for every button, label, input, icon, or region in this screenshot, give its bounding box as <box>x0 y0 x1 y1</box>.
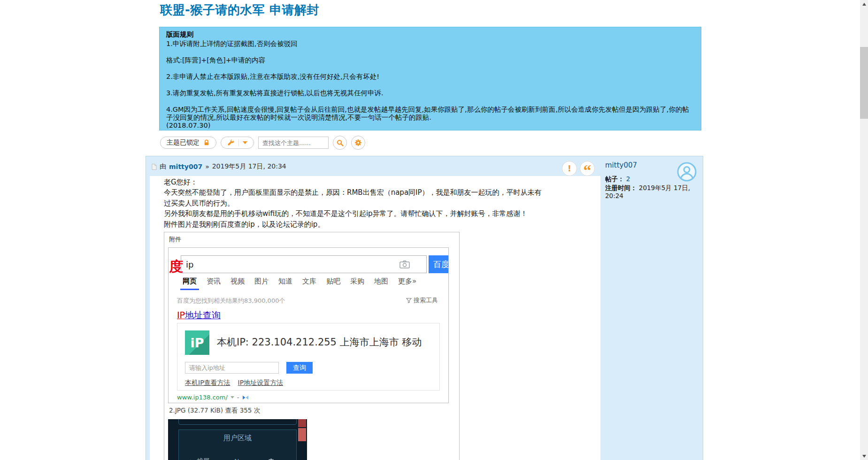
post-body: 老G您好：今天突然不能登陆了，用户面板里面显示的是禁止，原因：RMB出售宏（na… <box>150 176 600 460</box>
ip-card: iP 本机IP: 223.104.212.255 上海市上海市 移动 请输入ip… <box>177 323 440 391</box>
game-extension-row: 扩展 None <box>187 457 275 460</box>
ip-query-button: 查询 <box>286 362 313 374</box>
message-line: 老G您好： <box>164 177 600 187</box>
baidu-tab: 地图 <box>374 277 388 286</box>
ip-main-text: 本机IP: 223.104.212.255 上海市上海市 移动 <box>217 336 422 349</box>
scrollbar[interactable] <box>860 0 868 460</box>
baidu-tab: 资讯 <box>207 277 221 286</box>
report-button[interactable] <box>562 161 577 176</box>
lock-icon <box>203 139 210 146</box>
rules-lines: 1.申诉请附上详情的证据截图,否则会被驳回格式:[阵营]+[角色]+申请的内容2… <box>166 40 694 130</box>
page-title: 联盟-猴子请的水军 申请解封 <box>160 2 319 18</box>
dropdown-arrow-icon <box>230 396 234 399</box>
baidu-query-text: ip <box>186 260 193 269</box>
extension-label: 扩展 <box>197 457 210 460</box>
post-message: 老G您好：今天突然不能登陆了，用户面板里面显示的是禁止，原因：RMB出售宏（na… <box>164 177 600 230</box>
ip-input: 请输入ip地址 <box>185 362 279 374</box>
baidu-search-button: 百度 <box>429 255 449 273</box>
message-line: 今天突然不能登陆了，用户面板里面显示的是禁止，原因：RMB出售宏（napa同IP… <box>164 187 600 198</box>
gear-icon-game <box>268 458 275 460</box>
post-action-buttons <box>562 161 595 176</box>
baidu-tab: 网页 <box>183 277 197 286</box>
rule-line: 格式:[阵营]+[角色]+申请的内容 <box>166 56 694 64</box>
attachment-file-info: 2.JPG (32.77 KiB) 查看 355 次 <box>169 406 455 415</box>
profile-posts-count[interactable]: 2 <box>626 175 630 183</box>
ip-links: 本机IP查看方法 IP地址设置方法 <box>185 379 283 387</box>
game-panel-title: 用户区域 <box>179 434 296 443</box>
baidu-search-box: ip <box>181 255 427 273</box>
post-date: 2019年5月 17日, 20:34 <box>212 162 286 171</box>
topic-locked-label: 主题已锁定 <box>167 138 200 147</box>
filter-icon <box>406 298 412 303</box>
rule-line: 1.申诉请附上详情的证据截图,否则会被驳回 <box>166 40 694 48</box>
settings-button[interactable] <box>351 136 365 150</box>
attachment-box: 附件 度 ip 百度 网页资讯视频图片知道文库贴吧采购地图更多» 百度为您找到相… <box>164 232 460 460</box>
profile-posts-label: 帖子： <box>605 175 624 183</box>
ip-link-local: 本机IP查看方法 <box>185 379 230 387</box>
page-icon <box>152 164 157 170</box>
post-author-link[interactable]: mitty007 <box>169 163 202 170</box>
quote-icon <box>584 164 591 173</box>
result-title-highlight: IP <box>177 310 185 320</box>
red-scrollbar-block <box>298 419 306 441</box>
baidu-tab: 知道 <box>278 277 292 286</box>
game-user-area-panel: 用户区域 扩展 None <box>178 429 297 460</box>
post-author-prefix: 由 <box>160 162 166 171</box>
baidu-results-count: 百度为您找到相关结果约83,900,000个 <box>177 297 285 305</box>
report-icon <box>568 164 571 173</box>
scroll-up-icon <box>862 3 866 6</box>
baidu-search-tools: 搜索工具 <box>406 296 438 305</box>
wrench-icon <box>227 139 235 146</box>
attachment-label: 附件 <box>169 235 455 244</box>
avatar[interactable] <box>677 162 697 184</box>
result-title-rest: 地址查询 <box>185 310 221 320</box>
rule-line: 3.请勿重复发帖,所有重复发帖将直接进行锁帖,以后也将无视其任何申诉. <box>166 89 694 97</box>
post-header: 由 mitty007 » 2019年5月 17日, 20:34 <box>152 162 286 171</box>
ip-input-placeholder: 请输入ip地址 <box>189 364 225 372</box>
search-button[interactable] <box>333 136 347 150</box>
baidu-search-tools-label: 搜索工具 <box>414 296 438 305</box>
profile-joined-label: 注册时间： <box>605 184 637 192</box>
search-icon <box>337 139 344 146</box>
chevron-down-icon <box>243 141 247 144</box>
result-url-row: www.ip138.com/ <box>177 394 249 401</box>
extension-value: None <box>234 458 252 460</box>
topic-search-input[interactable] <box>258 137 329 149</box>
baidu-result-title: IP地址查询 <box>177 309 221 322</box>
rule-line: 2.非申请人禁止在本版跟贴,注意在本版助攻,没有任何好处,只会有坏处! <box>166 73 694 81</box>
scroll-down-icon <box>862 455 866 458</box>
translate-icon <box>242 395 249 400</box>
camera-icon <box>399 260 410 270</box>
baidu-tab: 贴吧 <box>326 277 340 286</box>
rule-line: (2018.07.30) <box>166 122 694 130</box>
baidu-tab: 视频 <box>230 277 245 286</box>
url-dash <box>237 394 239 401</box>
scrollbar-up-button[interactable] <box>860 0 868 8</box>
post-header-separator: » <box>205 163 209 170</box>
tools-divider <box>238 139 239 146</box>
scrollbar-down-button[interactable] <box>860 452 868 460</box>
puzzle-icon <box>187 459 193 460</box>
game-partial-box <box>178 419 297 425</box>
rule-line: 4.GM因为工作关系,回帖速度会很慢,回复帖子会从后往前回,也就是发帖越早越先回… <box>166 106 694 122</box>
topic-tools-button[interactable] <box>221 137 254 149</box>
message-line: 附件图片是我刚刚百度查的ip，以及论坛记录的ip。 <box>164 219 600 230</box>
baidu-tab: 更多» <box>398 277 416 286</box>
ip-logo: iP <box>185 330 209 355</box>
topic-locked-button[interactable]: 主题已锁定 <box>160 137 216 149</box>
forum-topic-page: 联盟-猴子请的水军 申请解封 版面规则 1.申诉请附上详情的证据截图,否则会被驳… <box>0 0 868 460</box>
rules-heading: 版面规则 <box>166 30 694 38</box>
baidu-tab: 图片 <box>254 277 269 286</box>
quote-button[interactable] <box>580 161 595 176</box>
baidu-tab: 文库 <box>302 277 316 286</box>
message-line: 另外我和朋友都是用的手机移动wifi玩的，不知道是不是这个引起ip异常了。请帮忙… <box>164 208 600 219</box>
baidu-tabs: 网页资讯视频图片知道文库贴吧采购地图更多» <box>183 277 416 286</box>
attachment-image-game[interactable]: 用户区域 扩展 None <box>168 419 307 460</box>
topic-toolbar: 主题已锁定 <box>160 136 365 150</box>
attachment-image-baidu[interactable]: 度 ip 百度 网页资讯视频图片知道文库贴吧采购地图更多» 百度为您找到相关结果… <box>168 247 449 403</box>
result-url: www.ip138.com/ <box>177 394 228 401</box>
post-panel: 由 mitty007 » 2019年5月 17日, 20:34 老G您好：今天突… <box>146 156 703 460</box>
scrollbar-thumb[interactable] <box>860 47 868 119</box>
message-line: 过买卖人民币的行为。 <box>164 198 600 208</box>
ip-link-settings: IP地址设置方法 <box>238 379 284 387</box>
